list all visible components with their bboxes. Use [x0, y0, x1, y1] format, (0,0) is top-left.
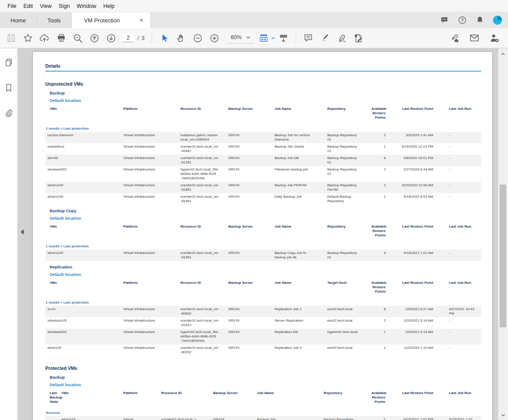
tab-tools[interactable]: Tools	[37, 12, 72, 28]
zoom-in-icon[interactable]	[206, 31, 223, 46]
table-cell: 8	[371, 155, 390, 166]
vertical-scrollbar[interactable]	[498, 48, 508, 420]
column-header: Last Job Run	[440, 279, 481, 295]
table-cell: 2/20/2021 5:14 AM	[390, 317, 440, 329]
table-cell: -	[440, 155, 481, 166]
table-cell: srv11	[45, 306, 123, 317]
location-link[interactable]: Default location	[45, 98, 481, 103]
menu-sign[interactable]: Sign	[55, 3, 73, 9]
table-row: windows001Virtual Infrastructurehyperv02…	[45, 329, 481, 344]
hand-tool-icon[interactable]	[173, 31, 189, 46]
tab-home-label: Home	[11, 17, 26, 24]
search-icon[interactable]	[69, 31, 86, 46]
column-header: Last Job Run	[440, 105, 481, 121]
group-label: Success	[45, 410, 481, 416]
table-row: windows001Virtual Infrastructurehyperv02…	[45, 166, 481, 182]
bookmarks-icon[interactable]	[4, 83, 14, 93]
table-cell: winsrv29	[45, 344, 123, 356]
table-cell: Backup Repository 01	[327, 166, 371, 182]
acrobat-window: File Edit View Sign Window Help Home Too…	[0, 0, 508, 420]
column-header: Last Restore Point	[390, 105, 440, 121]
feedback-chat-icon[interactable]	[439, 14, 451, 26]
menu-help[interactable]: Help	[100, 3, 118, 9]
table-row: winsrv100Virtual Infrastructurevcenter01…	[45, 182, 481, 193]
pdf-sections: Unprotected VMsBackupDefault locationVMs…	[45, 72, 481, 420]
table-cell: vcenter01.tech.local_vm -45487	[181, 143, 229, 155]
table-cell: 2/5/2021 6:27 AM	[390, 306, 440, 317]
menu-file[interactable]: File	[4, 3, 20, 9]
comment-icon[interactable]	[300, 31, 317, 46]
notifications-bell-icon[interactable]	[474, 14, 486, 26]
group-label: 1 month < Last protection	[45, 300, 481, 306]
zoom-level-select[interactable]: 60%	[227, 33, 254, 43]
next-page-icon[interactable]	[103, 31, 120, 46]
table-cell: winsrv100	[45, 193, 123, 205]
table-cell: vcenter01.tech.local_vm -60892	[181, 306, 229, 317]
page-display-icon[interactable]	[275, 31, 292, 46]
print-icon[interactable]	[53, 31, 69, 46]
attachments-paperclip-icon[interactable]	[4, 108, 14, 119]
tab-home[interactable]: Home	[0, 12, 37, 28]
scroll-down-arrow-icon[interactable]	[498, 412, 508, 419]
page-number-input[interactable]	[122, 34, 134, 42]
star-icon[interactable]	[19, 31, 36, 46]
highlight-icon[interactable]	[317, 31, 334, 46]
column-header: Repository	[324, 390, 371, 406]
close-tab-icon[interactable]: ×	[138, 17, 145, 23]
menu-view[interactable]: View	[36, 3, 55, 9]
previous-page-icon[interactable]	[86, 31, 103, 46]
table-cell: Virtual Infrastructure	[123, 132, 181, 143]
location-link[interactable]: Default location	[45, 216, 481, 221]
table-cell: SRV24	[229, 155, 275, 166]
group-label: 1 month < Last protection	[45, 126, 481, 132]
table-cell: 5/18/2020 8:53 AM	[390, 193, 440, 205]
help-icon[interactable]: ?	[456, 14, 468, 26]
select-tool-icon[interactable]	[156, 31, 173, 46]
scrollbar-thumb[interactable]	[500, 185, 506, 327]
table-header-row: VMsPlatformResource IDBackup ServerJob N…	[45, 279, 481, 295]
column-header: Repository	[327, 223, 371, 239]
column-header: Job Name	[275, 279, 327, 295]
toolbar-right-actions	[446, 31, 508, 46]
column-header: Platform	[123, 390, 161, 406]
table-cell: Backup Repository 01	[327, 132, 371, 143]
toolbar: / 3 60%	[0, 28, 508, 48]
collapse-pane-arrow-icon[interactable]	[21, 229, 24, 235]
page-thumbnails-icon[interactable]	[4, 57, 14, 68]
column-header: Last Job Run	[440, 223, 481, 239]
column-header: Backup Server	[229, 223, 275, 239]
table-cell: SRV24	[229, 306, 275, 317]
share-link-icon[interactable]	[446, 31, 462, 46]
tab-bar: Home Tools VM Protection × ?	[0, 12, 508, 28]
table-cell: hyperv02.tech.local_59c dd3bd-4cb0-468b-…	[181, 166, 229, 182]
menu-bar: File Edit View Sign Window Help	[0, 0, 508, 12]
column-header: Repository	[327, 105, 371, 121]
table-cell: hyperv02.tech.local_59c dd3bd-4cb0-468b-…	[181, 329, 229, 344]
column-header: Job Name	[275, 105, 327, 121]
menu-edit[interactable]: Edit	[20, 3, 36, 9]
fit-width-icon[interactable]	[258, 31, 275, 46]
tab-vm-protection[interactable]: VM Protection ×	[72, 12, 151, 28]
request-signatures-icon[interactable]	[486, 31, 503, 46]
column-header: VMs	[45, 279, 123, 295]
column-header: Backup Server	[229, 105, 275, 121]
table-cell: -	[440, 250, 481, 261]
edit-pdf-icon[interactable]	[350, 31, 367, 46]
svg-text:?: ?	[461, 18, 464, 23]
location-link[interactable]: Default location	[45, 272, 481, 277]
table-cell: vcenter01.tech.local_v m-60202	[161, 416, 213, 420]
zoom-out-icon[interactable]	[189, 31, 206, 46]
email-icon[interactable]	[466, 31, 483, 46]
share-cloud-upload-icon[interactable]	[36, 31, 53, 46]
user-avatar[interactable]	[491, 14, 504, 26]
table-cell: -	[440, 329, 481, 344]
scroll-up-arrow-icon[interactable]	[498, 51, 508, 58]
fill-sign-icon[interactable]	[334, 31, 350, 46]
table-cell: Virtual Infrastructure	[123, 344, 181, 356]
location-link[interactable]: Default location	[45, 382, 481, 387]
table-row: oraclelinuxVirtual Infrastructurevcenter…	[45, 143, 481, 155]
table-cell: 9/15/2021 1:02 PM	[440, 416, 481, 420]
menu-window[interactable]: Window	[73, 3, 100, 9]
section-title: Unprotected VMs	[45, 81, 481, 87]
save-icon[interactable]	[3, 31, 19, 46]
